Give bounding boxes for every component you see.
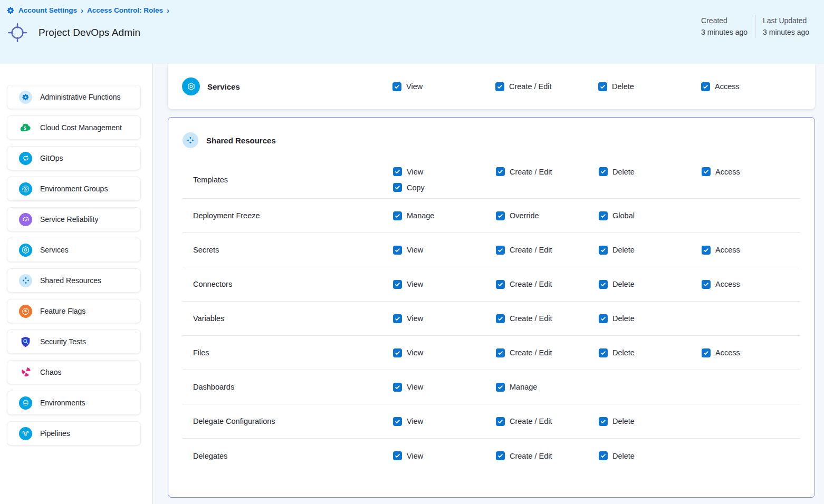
sidebar-item-pipelines[interactable]: Pipelines — [7, 421, 141, 445]
permission-dashboards-view[interactable]: View — [393, 383, 496, 392]
checkbox-checked-icon[interactable] — [496, 348, 505, 357]
permission-variables-delete[interactable]: Delete — [599, 314, 702, 323]
permission-services-create-edit[interactable]: Create / Edit — [495, 82, 598, 91]
services-row-label: Services — [182, 77, 392, 95]
checkbox-checked-icon[interactable] — [393, 348, 402, 357]
permission-variables-create-edit[interactable]: Create / Edit — [496, 314, 599, 323]
permission-label: Access — [715, 168, 740, 176]
permission-files-access[interactable]: Access — [702, 348, 800, 357]
checkbox-checked-icon[interactable] — [496, 167, 505, 176]
permission-delegates-view[interactable]: View — [393, 451, 496, 460]
checkbox-checked-icon[interactable] — [393, 183, 402, 192]
checkbox-checked-icon[interactable] — [599, 348, 608, 357]
permission-templates-access[interactable]: Access — [702, 167, 800, 176]
permission-label: Override — [510, 211, 539, 220]
sidebar-item-environment-groups[interactable]: Environment Groups — [7, 177, 141, 201]
checkbox-checked-icon[interactable] — [701, 82, 710, 91]
permission-services-delete[interactable]: Delete — [598, 82, 701, 91]
sidebar-item-label: Cloud Cost Management — [40, 123, 122, 132]
sidebar-item-cloud-cost-management[interactable]: $Cloud Cost Management — [7, 115, 141, 140]
permission-connectors-view[interactable]: View — [393, 280, 496, 289]
created-label: Created — [701, 15, 748, 26]
permission-label: Create / Edit — [510, 452, 552, 460]
permission-deployment-freeze-global[interactable]: Global — [599, 211, 702, 220]
breadcrumb-access-control-roles[interactable]: Access Control: Roles — [87, 6, 163, 14]
checkbox-checked-icon[interactable] — [496, 280, 505, 289]
checkbox-checked-icon[interactable] — [496, 451, 505, 460]
permission-services-view[interactable]: View — [392, 82, 495, 91]
sidebar-item-chaos[interactable]: Chaos — [7, 360, 141, 384]
breadcrumb-separator: › — [167, 6, 169, 15]
sidebar-item-gitops[interactable]: GitOps — [7, 146, 141, 170]
checkbox-checked-icon[interactable] — [393, 383, 402, 392]
permission-delegate-configurations-delete[interactable]: Delete — [599, 417, 702, 426]
checkbox-checked-icon[interactable] — [702, 348, 711, 357]
checkbox-checked-icon[interactable] — [393, 417, 402, 426]
checkbox-checked-icon[interactable] — [496, 211, 505, 220]
sidebar-item-administrative-functions[interactable]: Administrative Functions — [7, 85, 141, 109]
checkbox-checked-icon[interactable] — [392, 82, 401, 91]
permission-label: Create / Edit — [510, 314, 552, 323]
permission-templates-delete[interactable]: Delete — [599, 167, 702, 176]
role-target-icon — [7, 22, 28, 43]
checkbox-checked-icon[interactable] — [599, 280, 608, 289]
sidebar-item-service-reliability[interactable]: Service Reliability — [7, 207, 141, 231]
sidebar-item-label: Service Reliability — [40, 215, 98, 224]
checkbox-checked-icon[interactable] — [599, 451, 608, 460]
checkbox-checked-icon[interactable] — [496, 246, 505, 255]
checkbox-checked-icon[interactable] — [393, 314, 402, 323]
checkbox-checked-icon[interactable] — [598, 82, 607, 91]
permission-secrets-view[interactable]: View — [393, 246, 496, 255]
permission-files-create-edit[interactable]: Create / Edit — [496, 348, 599, 357]
checkbox-checked-icon[interactable] — [393, 211, 402, 220]
checkbox-checked-icon[interactable] — [702, 167, 711, 176]
permission-connectors-create-edit[interactable]: Create / Edit — [496, 280, 599, 289]
permission-delegate-configurations-view[interactable]: View — [393, 417, 496, 426]
permission-templates-create-edit[interactable]: Create / Edit — [496, 167, 599, 176]
permission-delegates-create-edit[interactable]: Create / Edit — [496, 451, 599, 460]
permission-label: Access — [715, 348, 740, 357]
permission-connectors-access[interactable]: Access — [702, 280, 800, 289]
checkbox-checked-icon[interactable] — [599, 167, 608, 176]
checkbox-checked-icon[interactable] — [495, 82, 504, 91]
permission-templates-copy[interactable]: Copy — [393, 183, 496, 192]
permission-secrets-delete[interactable]: Delete — [599, 246, 702, 255]
resource-label: Files — [183, 348, 393, 357]
checkbox-checked-icon[interactable] — [599, 314, 608, 323]
permission-label: Delete — [612, 452, 635, 460]
checkbox-checked-icon[interactable] — [599, 211, 608, 220]
checkbox-checked-icon[interactable] — [599, 417, 608, 426]
checkbox-checked-icon[interactable] — [599, 246, 608, 255]
checkbox-checked-icon[interactable] — [496, 417, 505, 426]
sidebar-item-services[interactable]: Services — [7, 238, 141, 262]
checkbox-checked-icon[interactable] — [393, 246, 402, 255]
permission-files-view[interactable]: View — [393, 348, 496, 357]
sidebar-item-feature-flags[interactable]: Feature Flags — [7, 299, 141, 323]
permission-variables-view[interactable]: View — [393, 314, 496, 323]
permission-delegate-configurations-create-edit[interactable]: Create / Edit — [496, 417, 599, 426]
permission-label: Manage — [510, 383, 537, 391]
checkbox-checked-icon[interactable] — [702, 280, 711, 289]
permission-connectors-delete[interactable]: Delete — [599, 280, 702, 289]
permission-secrets-create-edit[interactable]: Create / Edit — [496, 246, 599, 255]
checkbox-checked-icon[interactable] — [496, 383, 505, 392]
permission-label: Access — [715, 280, 740, 288]
permission-dashboards-manage[interactable]: Manage — [496, 383, 599, 392]
permission-delegates-delete[interactable]: Delete — [599, 451, 702, 460]
checkbox-checked-icon[interactable] — [496, 314, 505, 323]
checkbox-checked-icon[interactable] — [393, 280, 402, 289]
permission-secrets-access[interactable]: Access — [702, 246, 800, 255]
permission-deployment-freeze-manage[interactable]: Manage — [393, 211, 496, 220]
resource-label: Dashboards — [183, 383, 393, 391]
breadcrumb-account-settings[interactable]: Account Settings — [18, 6, 77, 14]
checkbox-checked-icon[interactable] — [393, 167, 402, 176]
permission-deployment-freeze-override[interactable]: Override — [496, 211, 599, 220]
sidebar-item-environments[interactable]: Environments — [7, 391, 141, 415]
checkbox-checked-icon[interactable] — [393, 451, 402, 460]
permission-files-delete[interactable]: Delete — [599, 348, 702, 357]
checkbox-checked-icon[interactable] — [702, 246, 711, 255]
permission-services-access[interactable]: Access — [701, 82, 740, 91]
sidebar-item-security-tests[interactable]: Security Tests — [7, 329, 141, 354]
sidebar-item-shared-resources[interactable]: Shared Resources — [7, 268, 141, 293]
permission-templates-view[interactable]: View — [393, 167, 496, 176]
